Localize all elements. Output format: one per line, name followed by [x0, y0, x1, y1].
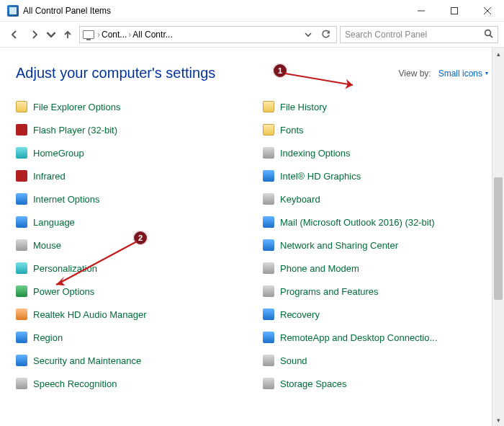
item-label: RemoteApp and Desktop Connectio...	[280, 332, 437, 343]
item-icon	[16, 193, 27, 205]
item-icon	[263, 378, 274, 389]
view-by: View by: Small icons ▾	[399, 68, 489, 79]
item-icon	[16, 285, 27, 297]
vertical-scrollbar[interactable]: ▴ ▾	[492, 48, 504, 426]
chevron-icon: ›	[97, 30, 100, 40]
item-label: File Explorer Options	[33, 102, 120, 112]
svg-point-5	[485, 30, 491, 35]
svg-line-6	[490, 35, 493, 37]
control-panel-item[interactable]: Realtek HD Audio Manager	[16, 306, 241, 322]
item-icon	[16, 147, 27, 159]
control-panel-item[interactable]: File History	[263, 99, 488, 115]
view-by-dropdown[interactable]: Small icons ▾	[438, 68, 488, 79]
control-panel-item[interactable]: Speech Recognition	[16, 376, 241, 391]
refresh-button[interactable]	[318, 30, 333, 39]
content-area: Adjust your computer's settings View by:…	[0, 48, 504, 426]
item-icon	[263, 239, 274, 251]
item-icon	[263, 193, 274, 205]
control-panel-item[interactable]: Network and Sharing Center	[263, 237, 488, 253]
address-bar[interactable]: › Cont... › All Contr...	[79, 26, 337, 43]
control-panel-item[interactable]: Mouse	[16, 237, 241, 253]
item-label: Infrared	[33, 171, 66, 182]
item-label: Programs and Features	[280, 286, 379, 297]
item-label: Mouse	[33, 240, 61, 251]
item-icon	[16, 262, 27, 274]
item-label: Recovery	[280, 309, 320, 320]
control-panel-item[interactable]: File Explorer Options	[16, 99, 241, 115]
item-label: HomeGroup	[33, 148, 84, 159]
item-label: Storage Spaces	[280, 378, 347, 389]
address-dropdown-button[interactable]	[300, 31, 316, 38]
scroll-down-button[interactable]: ▾	[492, 414, 504, 426]
pc-icon	[83, 30, 94, 39]
control-panel-item[interactable]: Power Options	[16, 283, 241, 299]
control-panel-item[interactable]: Recovery	[263, 306, 488, 322]
search-icon	[484, 29, 493, 40]
item-label: Personalization	[33, 263, 97, 274]
item-label: Region	[33, 332, 63, 343]
item-label: Indexing Options	[280, 148, 351, 159]
chevron-icon: ›	[128, 30, 131, 40]
items-grid: File Explorer OptionsFile HistoryFlash P…	[16, 99, 488, 394]
titlebar: All Control Panel Items	[0, 0, 504, 22]
control-panel-item[interactable]: Indexing Options	[263, 145, 488, 161]
item-icon	[263, 101, 274, 112]
item-icon	[16, 216, 27, 228]
window-title: All Control Panel Items	[23, 6, 111, 16]
item-label: Speech Recognition	[33, 378, 117, 389]
control-panel-item[interactable]: Keyboard	[263, 191, 488, 207]
item-icon	[16, 239, 27, 251]
svg-rect-1	[451, 7, 458, 14]
up-button[interactable]	[59, 26, 76, 43]
control-panel-item[interactable]: RemoteApp and Desktop Connectio...	[263, 329, 488, 345]
item-icon	[16, 309, 27, 320]
control-panel-item[interactable]: Region	[16, 329, 241, 345]
control-panel-item[interactable]: Mail (Microsoft Outlook 2016) (32-bit)	[263, 214, 488, 230]
control-panel-item[interactable]: Language	[16, 214, 241, 230]
control-panel-item[interactable]: Sound	[263, 352, 488, 368]
control-panel-item[interactable]: Storage Spaces	[263, 376, 488, 391]
back-button[interactable]	[6, 26, 23, 43]
item-label: Fonts	[280, 125, 304, 136]
forward-button[interactable]	[26, 26, 43, 43]
minimize-button[interactable]	[405, 0, 438, 22]
breadcrumb[interactable]: Cont...	[102, 30, 127, 40]
control-panel-item[interactable]: Internet Options	[16, 191, 241, 207]
page-heading: Adjust your computer's settings	[16, 65, 215, 81]
item-label: Realtek HD Audio Manager	[33, 309, 147, 320]
item-label: Network and Sharing Center	[280, 240, 398, 251]
control-panel-item[interactable]: Flash Player (32-bit)	[16, 122, 241, 138]
scroll-thumb[interactable]	[494, 177, 503, 300]
control-panel-item[interactable]: Security and Maintenance	[16, 352, 241, 368]
item-icon	[263, 170, 274, 182]
item-icon	[263, 309, 274, 320]
item-label: Flash Player (32-bit)	[33, 125, 117, 136]
close-button[interactable]	[471, 0, 504, 22]
control-panel-item[interactable]: Programs and Features	[263, 283, 488, 299]
control-panel-item[interactable]: Phone and Modem	[263, 260, 488, 276]
control-panel-item[interactable]: Infrared	[16, 168, 241, 184]
item-label: Power Options	[33, 286, 94, 297]
control-panel-item[interactable]: Intel® HD Graphics	[263, 168, 488, 184]
item-icon	[263, 285, 274, 297]
item-icon	[16, 332, 27, 343]
control-panel-item[interactable]: Fonts	[263, 122, 488, 138]
search-placeholder: Search Control Panel	[345, 30, 484, 40]
item-icon	[16, 101, 27, 112]
breadcrumb[interactable]: All Contr...	[132, 30, 172, 40]
search-box[interactable]: Search Control Panel	[340, 26, 498, 43]
control-panel-item[interactable]: Personalization	[16, 260, 241, 276]
scroll-up-button[interactable]: ▴	[492, 48, 504, 60]
item-label: Intel® HD Graphics	[280, 171, 361, 182]
view-by-value: Small icons	[438, 68, 482, 79]
recent-locations-button[interactable]	[46, 26, 56, 43]
item-label: Keyboard	[280, 194, 320, 205]
item-label: Mail (Microsoft Outlook 2016) (32-bit)	[280, 217, 435, 228]
item-label: Phone and Modem	[280, 263, 359, 274]
view-by-label: View by:	[399, 68, 431, 79]
item-icon	[263, 262, 274, 274]
maximize-button[interactable]	[438, 0, 471, 22]
control-panel-item[interactable]: HomeGroup	[16, 145, 241, 161]
chevron-down-icon: ▾	[485, 70, 488, 76]
item-icon	[263, 332, 274, 343]
